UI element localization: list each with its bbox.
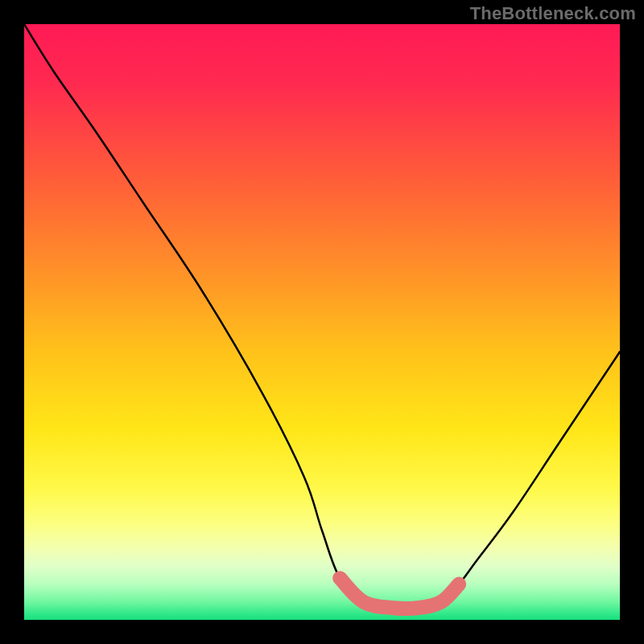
chart-frame [24,24,620,620]
bottleneck-chart [24,24,620,620]
watermark-text: TheBottleneck.com [470,3,636,24]
